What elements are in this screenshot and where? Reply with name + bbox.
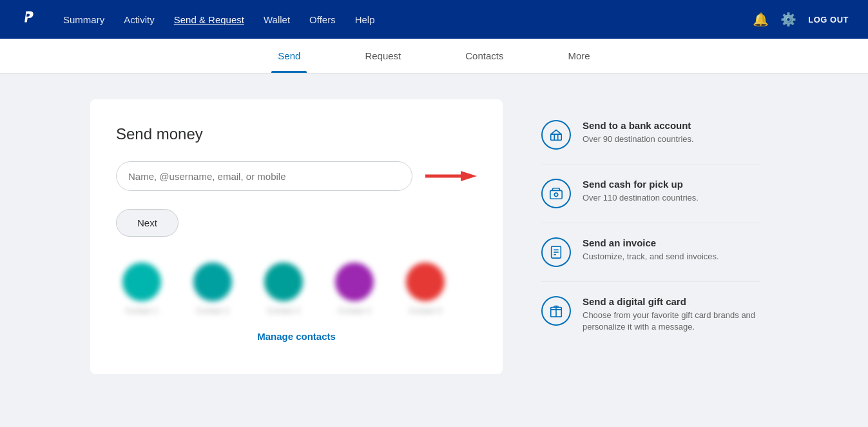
avatar (264, 263, 303, 301)
contact-item[interactable]: Contact 1 (116, 263, 168, 315)
tab-request[interactable]: Request (358, 39, 407, 73)
send-to-bank-option[interactable]: Send to a bank account Over 90 destinati… (541, 106, 760, 164)
settings-icon[interactable]: ⚙️ (780, 12, 796, 27)
contact-item[interactable]: Contact 4 (329, 263, 380, 315)
avatar (193, 263, 232, 301)
svg-rect-2 (551, 134, 562, 140)
nav-help[interactable]: Help (355, 14, 375, 25)
send-invoice-desc: Customize, track, and send invoices. (583, 251, 719, 263)
send-invoice-title: Send an invoice (583, 237, 719, 248)
svg-marker-1 (461, 171, 477, 181)
right-sidebar: Send to a bank account Over 90 destinati… (541, 99, 760, 347)
contact-name: Contact 1 (125, 306, 158, 315)
top-nav: Summary Activity Send & Request Wallet O… (0, 0, 868, 39)
avatar (122, 263, 161, 301)
nav-right: 🔔 ⚙️ LOG OUT (753, 12, 849, 27)
send-invoice-option[interactable]: Send an invoice Customize, track, and se… (541, 223, 760, 282)
contact-name: Contact 4 (338, 306, 371, 315)
contact-name: Contact 2 (196, 306, 229, 315)
send-giftcard-text: Send a digital gift card Choose from you… (583, 296, 760, 333)
tab-send[interactable]: Send (271, 39, 307, 73)
svg-rect-5 (550, 190, 562, 199)
send-giftcard-title: Send a digital gift card (583, 296, 760, 307)
send-to-bank-desc: Over 90 destination countries. (583, 134, 694, 145)
paypal-logo[interactable] (19, 9, 37, 30)
send-giftcard-option[interactable]: Send a digital gift card Choose from you… (541, 282, 760, 347)
page-title: Send money (116, 125, 477, 143)
send-to-bank-title: Send to a bank account (583, 120, 694, 131)
send-cash-desc: Over 110 destination countries. (583, 192, 699, 204)
contact-name: Contact 3 (267, 306, 300, 315)
logout-button[interactable]: LOG OUT (808, 15, 849, 25)
recipient-input[interactable] (116, 161, 412, 191)
nav-links: Summary Activity Send & Request Wallet O… (63, 14, 753, 25)
arrow-indicator (425, 168, 477, 184)
sub-nav: Send Request Contacts More (0, 39, 868, 74)
contact-item[interactable]: Contact 3 (258, 263, 309, 315)
gift-icon (541, 296, 571, 326)
avatar (335, 263, 374, 301)
nav-offers[interactable]: Offers (309, 14, 336, 25)
bank-icon (541, 120, 571, 150)
contact-item[interactable]: Contact 5 (400, 263, 451, 315)
nav-wallet[interactable]: Wallet (264, 14, 290, 25)
send-giftcard-desc: Choose from your favorite gift card bran… (583, 310, 760, 333)
nav-send-request[interactable]: Send & Request (174, 14, 244, 25)
send-cash-text: Send cash for pick up Over 110 destinati… (583, 179, 699, 204)
invoice-icon (541, 237, 571, 267)
tab-more[interactable]: More (561, 39, 596, 73)
tab-contacts[interactable]: Contacts (459, 39, 510, 73)
contacts-row: Contact 1 Contact 2 Contact 3 Contact 4 … (116, 263, 477, 315)
cash-icon (541, 179, 571, 208)
notifications-icon[interactable]: 🔔 (753, 12, 769, 27)
contact-name: Contact 5 (409, 306, 441, 315)
next-button[interactable]: Next (116, 209, 178, 237)
svg-point-6 (554, 193, 558, 197)
send-cash-title: Send cash for pick up (583, 179, 699, 190)
nav-activity[interactable]: Activity (124, 14, 155, 25)
send-invoice-text: Send an invoice Customize, track, and se… (583, 237, 719, 263)
page-content: Send money Next Contact 1 Contact 2 (0, 74, 868, 427)
nav-summary[interactable]: Summary (63, 14, 104, 25)
send-to-bank-text: Send to a bank account Over 90 destinati… (583, 120, 694, 145)
send-cash-option[interactable]: Send cash for pick up Over 110 destinati… (541, 164, 760, 223)
avatar (406, 263, 445, 301)
main-card: Send money Next Contact 1 Contact 2 (90, 99, 503, 374)
manage-contacts-link[interactable]: Manage contacts (116, 331, 477, 342)
contact-item[interactable]: Contact 2 (187, 263, 238, 315)
send-input-row (116, 161, 477, 191)
